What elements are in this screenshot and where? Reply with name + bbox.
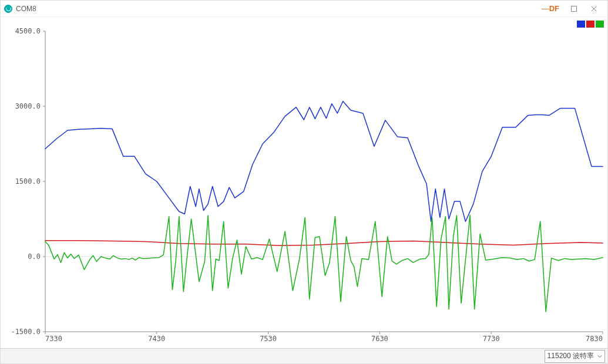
svg-text:7430: 7430 <box>148 335 165 343</box>
baud-rate-label: 115200 波特率 <box>547 351 594 361</box>
arduino-icon <box>4 5 12 13</box>
svg-text:-1500.0: -1500.0 <box>11 328 41 336</box>
window: COM8 —DF -1500.00.01500.03000.04500.0733… <box>0 0 608 364</box>
window-title: COM8 <box>16 5 36 13</box>
svg-text:7730: 7730 <box>483 335 500 343</box>
chevron-down-icon <box>597 352 602 360</box>
statusbar: 115200 波特率 <box>1 348 607 363</box>
svg-text:7830: 7830 <box>586 335 603 343</box>
baud-rate-select[interactable]: 115200 波特率 <box>545 350 605 363</box>
svg-text:0.0: 0.0 <box>28 252 41 261</box>
plot-area: -1500.00.01500.03000.04500.0733074307530… <box>1 17 607 348</box>
svg-text:7330: 7330 <box>45 335 62 343</box>
titlebar: COM8 —DF <box>1 1 607 17</box>
svg-text:7630: 7630 <box>371 335 388 343</box>
brand-label: —DF <box>542 4 559 13</box>
maximize-button[interactable] <box>564 2 584 15</box>
svg-text:7530: 7530 <box>260 335 277 343</box>
svg-text:3000.0: 3000.0 <box>15 102 41 110</box>
svg-text:4500.0: 4500.0 <box>15 27 41 35</box>
svg-rect-0 <box>572 6 577 11</box>
chart: -1500.00.01500.03000.04500.0733074307530… <box>1 17 607 348</box>
close-button[interactable] <box>584 2 604 15</box>
svg-text:1500.0: 1500.0 <box>15 177 41 186</box>
